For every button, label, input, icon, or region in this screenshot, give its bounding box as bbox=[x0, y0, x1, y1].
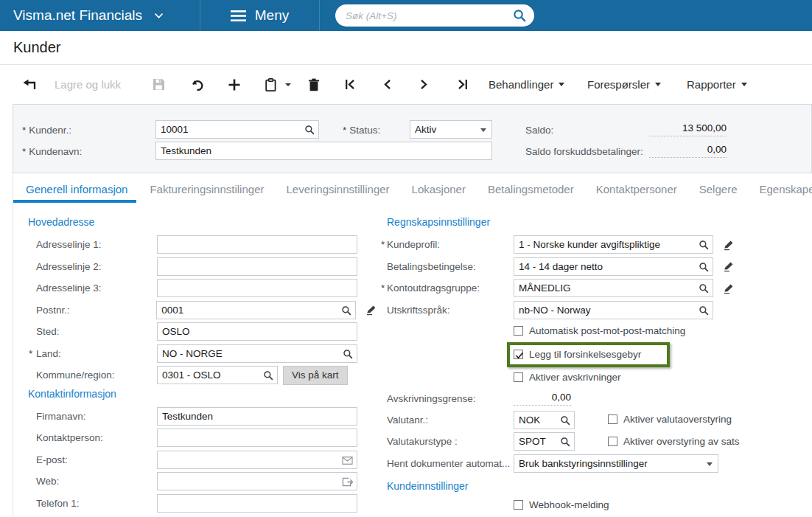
kundeprofil-input[interactable] bbox=[514, 236, 713, 253]
main-menu-button[interactable]: Meny bbox=[200, 0, 320, 31]
form-row: Adresselinje 3: bbox=[0, 279, 377, 297]
tab-selgere[interactable]: Selgere bbox=[699, 177, 738, 201]
adresselinje1-input[interactable] bbox=[158, 236, 357, 253]
lookup-icon[interactable] bbox=[699, 240, 709, 250]
land-field bbox=[157, 344, 357, 363]
form-row: *Kundeprofil: bbox=[380, 235, 812, 254]
menu-behandlinger[interactable]: Behandlinger bbox=[489, 66, 564, 103]
save-and-close-button[interactable]: Lagre og lukk bbox=[55, 66, 121, 103]
global-search bbox=[335, 4, 534, 27]
form-row: Telefon 1: bbox=[0, 494, 377, 513]
lookup-icon[interactable] bbox=[343, 349, 353, 359]
form-row: Adresselinje 2: bbox=[0, 257, 377, 276]
page-title: Kunder bbox=[0, 31, 812, 56]
add-icon[interactable] bbox=[228, 66, 240, 103]
sted-field bbox=[157, 322, 357, 341]
lookup-icon[interactable] bbox=[560, 437, 570, 447]
adresselinje1-label: Adresselinje 1: bbox=[0, 239, 157, 250]
back-button[interactable] bbox=[22, 66, 37, 103]
edit-icon[interactable] bbox=[723, 239, 735, 251]
lookup-icon[interactable] bbox=[699, 305, 709, 316]
tab-faktureringsinnstilinger[interactable]: Faktureringsinnstilinger bbox=[150, 177, 264, 201]
vis-pa-kart-button[interactable]: Vis på kart bbox=[283, 366, 348, 385]
hent-dokumenter-label: Hent dokumenter automat... bbox=[380, 458, 514, 469]
epost-input[interactable] bbox=[158, 451, 357, 468]
checkbox-aktiver-valutaoverstyring[interactable]: Aktiver valutaoverstyring bbox=[608, 414, 732, 426]
avskrivningsgrense-value: 0,00 bbox=[514, 392, 571, 406]
previous-record-icon[interactable] bbox=[383, 66, 391, 103]
general-right-column: Regnskapsinnstillinger *Kundeprofil: Bet… bbox=[380, 211, 812, 511]
sted-label: Sted: bbox=[0, 326, 157, 337]
record-summary-panel: *Kundenr.: *Status: Aktiv Saldo: 13 500,… bbox=[13, 104, 812, 173]
edit-icon[interactable] bbox=[365, 304, 377, 316]
betalingsbetingelse-input[interactable] bbox=[514, 258, 713, 275]
web-label: Web: bbox=[0, 476, 157, 487]
checkbox-automatisk-matching[interactable]: Automatisk post-mot-post-matching bbox=[514, 325, 812, 337]
form-row: Valutakurstype : Aktiver overstyring av … bbox=[380, 432, 812, 451]
kommune-input[interactable] bbox=[158, 367, 277, 384]
title-row: Kunder bbox=[0, 31, 812, 65]
telefon1-label: Telefon 1: bbox=[0, 498, 157, 509]
external-link-icon[interactable] bbox=[342, 477, 353, 487]
kontoutdragsgruppe-input[interactable] bbox=[514, 280, 713, 296]
postnr-input[interactable] bbox=[157, 302, 355, 319]
envelope-icon[interactable] bbox=[342, 457, 353, 465]
land-input[interactable] bbox=[158, 345, 357, 362]
lookup-icon[interactable] bbox=[341, 305, 351, 316]
lookup-icon[interactable] bbox=[699, 283, 709, 294]
saldo-forskudd-value: 0,00 bbox=[649, 144, 727, 158]
tab-leveringsinnstillinger[interactable]: Leveringsinnstillinger bbox=[286, 177, 389, 201]
postnr-label: Postnr.: bbox=[0, 305, 156, 316]
checkbox-aktiver-overstyring-av-sats[interactable]: Aktiver overstyring av sats bbox=[608, 435, 740, 447]
checkbox-aktiver-avskrivninger[interactable]: Aktiver avskrivninger bbox=[514, 372, 812, 384]
adresselinje2-input[interactable] bbox=[158, 258, 357, 275]
product-switcher[interactable]: Visma.net Financials bbox=[0, 0, 200, 31]
telefon1-input[interactable] bbox=[158, 495, 357, 512]
first-record-icon[interactable] bbox=[345, 66, 356, 103]
undo-icon[interactable] bbox=[190, 66, 204, 103]
tab-generell-informasjon[interactable]: Generell informasjon bbox=[26, 177, 127, 201]
status-select[interactable]: Aktiv bbox=[410, 120, 492, 139]
checkbox[interactable] bbox=[608, 437, 617, 446]
sted-input[interactable] bbox=[158, 323, 357, 340]
checkbox[interactable] bbox=[608, 414, 617, 424]
edit-icon[interactable] bbox=[723, 260, 735, 272]
tab-betalingsmetoder[interactable]: Betalingsmetoder bbox=[488, 177, 574, 201]
lookup-icon[interactable] bbox=[560, 415, 570, 426]
save-icon[interactable] bbox=[153, 66, 165, 103]
menu-rapporter[interactable]: Rapporter bbox=[687, 66, 747, 103]
search-input[interactable] bbox=[335, 4, 534, 27]
lookup-icon[interactable] bbox=[699, 262, 709, 272]
kundenavn-input[interactable] bbox=[156, 142, 491, 159]
copy-paste-icon[interactable] bbox=[265, 66, 291, 103]
form-row: Betalingsbetingelse: bbox=[380, 257, 812, 276]
checkbox-legg-til-forsinkelsesgebyr[interactable]: Legg til forsinkelsesgebyr bbox=[514, 348, 812, 361]
search-icon[interactable] bbox=[513, 9, 526, 22]
adresselinje1-field bbox=[157, 235, 357, 254]
checkbox[interactable] bbox=[514, 350, 523, 359]
utskriftssprak-input[interactable] bbox=[514, 302, 713, 319]
menu-foresporsler[interactable]: Forespørsler bbox=[587, 66, 661, 103]
web-input[interactable] bbox=[158, 473, 357, 490]
tab-bar: Generell informasjon Faktureringsinnstil… bbox=[13, 177, 812, 201]
checkbox[interactable] bbox=[514, 326, 523, 336]
checkbox[interactable] bbox=[514, 500, 523, 510]
kontaktperson-input[interactable] bbox=[158, 429, 357, 446]
kundenr-input[interactable] bbox=[156, 121, 318, 138]
betalingsbetingelse-field bbox=[514, 257, 713, 276]
lookup-icon[interactable] bbox=[263, 370, 273, 381]
lookup-icon[interactable] bbox=[304, 125, 315, 135]
adresselinje3-input[interactable] bbox=[158, 280, 357, 296]
checkbox-webhook-melding[interactable]: Webhook-melding bbox=[514, 499, 812, 511]
edit-icon[interactable] bbox=[723, 282, 735, 294]
checkbox[interactable] bbox=[514, 372, 523, 382]
tab-egenskaper[interactable]: Egenskaper bbox=[759, 177, 812, 201]
hamburger-icon bbox=[231, 10, 246, 21]
firmanavn-input[interactable] bbox=[158, 408, 357, 425]
tab-lokasjoner[interactable]: Lokasjoner bbox=[412, 177, 466, 201]
tab-kontaktpersoner[interactable]: Kontaktpersoner bbox=[596, 177, 677, 201]
delete-icon[interactable] bbox=[308, 66, 320, 103]
hent-dokumenter-select[interactable]: Bruk bankstyringsinnstillinger bbox=[514, 454, 718, 473]
next-record-icon[interactable] bbox=[420, 66, 428, 103]
last-record-icon[interactable] bbox=[457, 66, 468, 103]
